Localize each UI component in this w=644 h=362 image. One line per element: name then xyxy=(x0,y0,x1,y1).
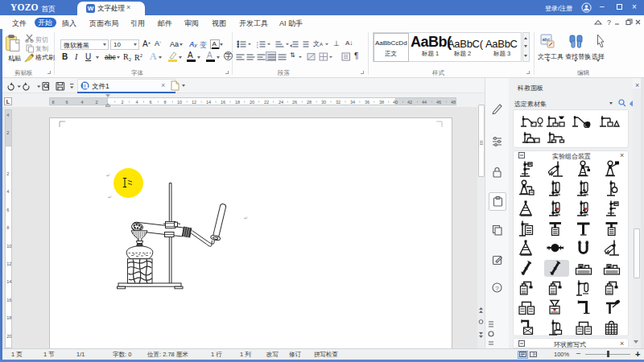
svg-text:?: ? xyxy=(495,285,499,292)
svg-text:?: ? xyxy=(607,19,611,26)
